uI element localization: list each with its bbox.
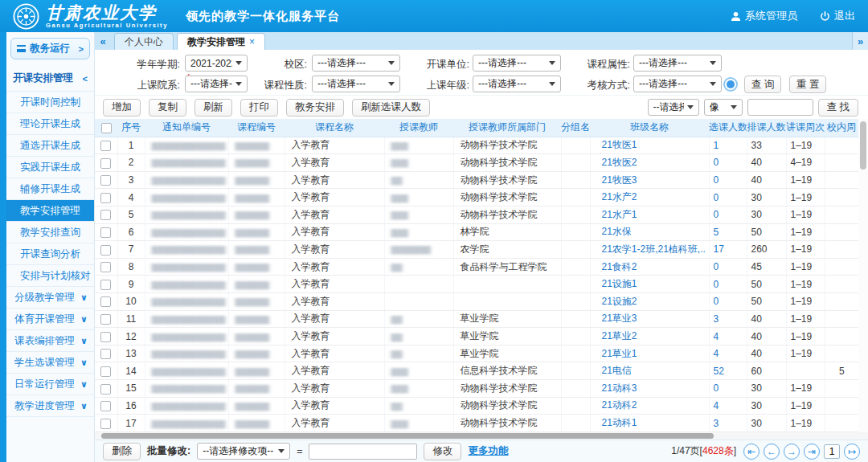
table-row[interactable]: 11 █████████████ ██████ 入学教育 ██ 草业学院 21草… [95,310,858,328]
table-row[interactable]: 3 █████████████ ██████ 入学教育 ██ 动物科学技术学院 … [95,171,858,189]
class-name-link[interactable]: 21草业3 [602,313,637,324]
selected-count-link[interactable]: 0 [714,296,719,307]
row-checkbox[interactable] [100,280,111,290]
col-course-name[interactable]: 课程名称 [285,119,384,137]
sidebar-item-6[interactable]: 教学安排查询 [6,222,94,243]
row-checkbox[interactable] [100,141,111,151]
col-lecture-weeks[interactable]: 讲课周次 [786,119,825,137]
selected-count-link[interactable]: 0 [714,209,719,220]
selected-count-link[interactable]: 0 [714,382,719,394]
row-checkbox[interactable] [100,245,111,256]
selected-count-link[interactable]: 52 [714,366,724,377]
sidebar-root-menu[interactable]: 教务运行 > [10,38,90,59]
selected-count-link[interactable]: 0 [714,261,719,272]
row-checkbox[interactable] [100,384,111,395]
logout-button[interactable]: 退出 [820,9,855,23]
table-row[interactable]: 17 █████████████ ██████ 入学教育 ███ 动物科学技术学… [95,415,858,432]
go-to-page-button[interactable]: ↦ [844,444,860,460]
selected-count-link[interactable]: 3 [714,418,719,429]
table-row[interactable]: 5 █████████████ ██████ 入学教育 ███ 动物科学技术学院… [95,206,858,223]
vertical-scrollbar[interactable] [858,119,868,432]
class-name-link[interactable]: 21动科1 [602,417,637,428]
table-row[interactable]: 12 █████████████ ██████ 入学教育 ██ 草业学院 21草… [95,328,858,345]
row-checkbox[interactable] [100,262,111,272]
sidebar-group-5[interactable]: 教学进度管理∨ [6,395,94,417]
sidebar-item-8[interactable]: 安排与计划核对 [6,265,94,287]
class-name-link[interactable]: 21草业1 [602,348,637,359]
sidebar-item-7[interactable]: 开课查询分析 [6,243,94,265]
class-name-link[interactable]: 21设施1 [602,278,637,289]
tab-personal-center[interactable]: 个人中心 [114,33,174,50]
col-notice-number[interactable]: 通知单编号 [145,119,228,137]
find-field-select[interactable]: --请选择-- [648,99,699,116]
row-checkbox[interactable] [100,332,111,342]
table-row[interactable]: 15 █████████████ ██████ 入学教育 ███ 动物科学技术学… [95,380,858,398]
table-row[interactable]: 14 █████████████ ██████ 入学教育 ███ 信息科学技术学… [95,362,858,380]
class-name-link[interactable]: 21电信 [602,365,632,376]
sidebar-item-5[interactable]: 教学安排管理 [6,200,94,222]
horizontal-scrollbar-thumb[interactable] [101,433,714,439]
row-checkbox[interactable] [100,210,111,220]
selected-count-link[interactable]: 17 [714,243,724,255]
selected-count-link[interactable]: 3 [714,313,719,325]
modify-button[interactable]: 修改 [424,443,461,460]
current-user[interactable]: 系统管理员 [731,9,797,23]
selected-count-link[interactable]: 0 [714,279,719,290]
selected-count-link[interactable]: 0 [714,192,719,203]
table-row[interactable]: 1 █████████████ ██████ 入学教育 ███ 动物科学技术学院… [95,137,858,154]
add-button[interactable]: 增加 [103,99,141,117]
row-checkbox[interactable] [100,227,111,238]
sidebar-item-3[interactable]: 实践开课生成 [6,157,94,178]
tabs-overflow-icon[interactable]: » [852,32,868,50]
tab-teaching-arrangement[interactable]: 教学安排管理 × [177,33,265,50]
advanced-search-toggle-icon[interactable] [723,77,738,92]
class-name-link[interactable]: 21水产2 [602,191,637,202]
row-checkbox[interactable] [100,314,111,325]
class-name-link[interactable]: 21水产1 [602,209,637,220]
sidebar-section-header[interactable]: 开课安排管理 < [6,64,94,92]
sidebar-group-3[interactable]: 学生选课管理∨ [6,352,94,374]
sidebar-collapse-icon[interactable]: « [95,32,111,50]
class-name-link[interactable]: 21食科2 [602,261,637,272]
campus-select[interactable]: ---请选择--- [312,55,400,72]
find-input[interactable] [747,99,813,116]
course-nature-select[interactable]: ---请选择--- [312,76,400,92]
col-teacher[interactable]: 授课教师 [384,119,453,137]
last-page-button[interactable]: ⇥ [804,444,820,460]
table-row[interactable]: 2 █████████████ ██████ 入学教育 ███ 动物科学技术学院… [95,154,858,172]
class-name-link[interactable]: 21动科2 [602,399,637,411]
class-grade-select[interactable]: ---请选择--- [473,76,561,92]
sidebar-item-4[interactable]: 辅修开课生成 [6,178,94,200]
col-group-name[interactable]: 分组名 [561,119,590,137]
refresh-button[interactable]: 刷新 [194,99,232,117]
search-button[interactable]: 查 询 [744,76,781,93]
sidebar-group-1[interactable]: 体育开课管理∨ [6,309,94,330]
reset-button[interactable]: 重 置 [789,76,826,93]
col-class-name[interactable]: 班级名称 [590,119,709,137]
selected-count-link[interactable]: 4 [714,348,719,359]
select-all-checkbox[interactable] [101,123,112,133]
class-name-link[interactable]: 21农学1-2班,21植科班,.. [602,243,706,255]
selected-count-link[interactable]: 0 [714,174,719,186]
class-name-link[interactable]: 21动科3 [602,382,637,394]
class-name-link[interactable]: 21草业2 [602,330,637,341]
sidebar-item-0[interactable]: 开课时间控制 [6,92,94,113]
next-page-button[interactable]: → [784,444,800,460]
class-name-link[interactable]: 21牧医1 [602,139,637,150]
col-seq[interactable]: 序号 [117,119,145,137]
row-checkbox[interactable] [100,193,111,203]
offering-unit-select[interactable]: ---请选择--- [473,55,561,72]
delete-button[interactable]: 删除 [103,443,141,460]
row-checkbox[interactable] [100,366,111,377]
selected-count-link[interactable]: 4 [714,400,719,411]
row-checkbox[interactable] [100,419,111,429]
selected-count-link[interactable]: 5 [714,227,719,238]
row-checkbox[interactable] [100,401,111,411]
selected-count-link[interactable]: 0 [714,157,719,168]
academic-arrange-button[interactable]: 教务安排 [286,99,344,117]
class-name-link[interactable]: 21牧医3 [602,174,637,186]
prev-page-button[interactable]: ← [764,444,780,460]
table-row[interactable]: 6 █████████████ ██████ 入学教育 ███ 林学院 21水保… [95,223,858,241]
more-functions-link[interactable]: 更多功能 [468,444,508,458]
table-row[interactable]: 13 █████████████ ██████ 入学教育 ██ 草业学院 21草… [95,345,858,362]
